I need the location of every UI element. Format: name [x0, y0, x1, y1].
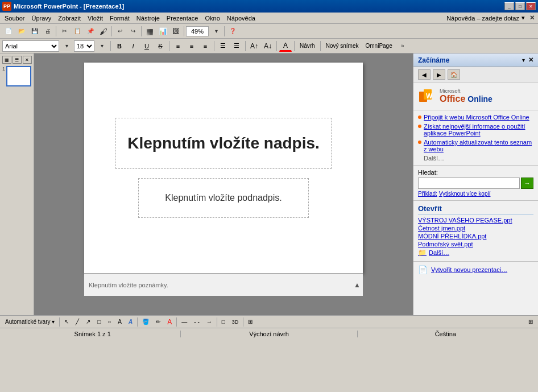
font-family-select[interactable]: Arial	[2, 40, 59, 52]
insert-chart-button[interactable]: 📊	[156, 26, 169, 37]
font-size-dropdown[interactable]: ▾	[96, 40, 108, 52]
menu-close-btn[interactable]: ✕	[527, 14, 537, 22]
align-left-button[interactable]: ≡	[172, 40, 184, 52]
draw-more-right[interactable]: ⊞	[245, 317, 255, 327]
open-section: Otevřít VÝSTROJ VAŠEHO PEGASE.ppt Četnos…	[413, 201, 538, 262]
numbering-button[interactable]: ☰	[217, 40, 229, 52]
recent-file-3[interactable]: MÓDNÍ PŘEHLÍDKA.ppt	[418, 233, 533, 240]
bullets-button[interactable]: ☰	[230, 40, 243, 52]
nav-forward-button[interactable]: ▶	[433, 69, 445, 80]
notes-area[interactable]: Klepnutím vložíte poznámky. ▲	[84, 273, 363, 296]
autoshapes-button[interactable]: Automatické tvary ▾	[2, 317, 57, 327]
panel-outline-tab[interactable]: ☰	[13, 56, 22, 64]
undo-button[interactable]: ↩	[114, 26, 126, 37]
slide-thumbnail-1[interactable]	[6, 66, 31, 86]
create-link[interactable]: Vytvořit novou prezentaci…	[431, 266, 507, 273]
open-more-link[interactable]: 📁 Další…	[418, 249, 533, 257]
maximize-button[interactable]: □	[515, 2, 525, 10]
zoom-dropdown[interactable]: ▾	[210, 26, 222, 37]
task-link-3[interactable]: Automaticky aktualizovat tento seznam z …	[424, 139, 533, 152]
menu-vlozit[interactable]: Vložit	[84, 14, 106, 23]
slide-canvas[interactable]: Klepnutím vložíte nadpis. Klepnutím vlož…	[84, 63, 363, 273]
redo-button[interactable]: ↪	[127, 26, 139, 37]
align-right-button[interactable]: ≡	[199, 40, 212, 52]
new-button[interactable]: 📄	[2, 26, 15, 37]
draw-sep-2	[137, 317, 138, 327]
font-dropdown-arrow[interactable]: ▾	[60, 40, 73, 52]
help-dropdown-arrow[interactable]: ▾	[522, 14, 525, 22]
paste-button[interactable]: 📌	[84, 26, 97, 37]
draw-oval-button[interactable]: ○	[105, 317, 114, 327]
menu-zobrazit[interactable]: Zobrazit	[55, 14, 84, 23]
nav-back-button[interactable]: ◀	[418, 69, 431, 80]
cut-button[interactable]: ✂	[58, 26, 71, 37]
example-link[interactable]: Vytisknout více kopií	[439, 191, 491, 197]
draw-rect-button[interactable]: □	[94, 317, 104, 327]
open-button[interactable]: 📂	[15, 26, 28, 37]
font-size-select[interactable]: 18	[74, 40, 94, 52]
nav-home-button[interactable]: 🏠	[448, 69, 460, 80]
recent-file-1[interactable]: VÝSTROJ VAŠEHO PEGASE.ppt	[418, 217, 533, 224]
format-painter-button[interactable]: 🖌	[97, 26, 110, 37]
italic-button[interactable]: I	[127, 40, 139, 52]
line-color-button[interactable]: ✏	[153, 317, 163, 327]
menu-format[interactable]: Formát	[106, 14, 133, 23]
title-placeholder[interactable]: Klepnutím vložíte nadpis.	[115, 118, 332, 169]
line-style-button[interactable]: —	[179, 317, 190, 327]
copy-button[interactable]: 📋	[71, 26, 84, 37]
design-button[interactable]: Návrh	[297, 40, 318, 52]
menu-napoveda[interactable]: Nápověda	[224, 14, 259, 23]
insert-picture-button[interactable]: 🖼	[169, 26, 182, 37]
close-button[interactable]: ✕	[526, 2, 536, 10]
bullet-icon-3	[418, 141, 421, 144]
bold-button[interactable]: B	[113, 40, 126, 52]
zoom-input[interactable]: 49%	[186, 26, 209, 36]
select-arrow-button[interactable]: ↖	[61, 317, 72, 327]
draw-textbox-button[interactable]: A	[115, 317, 125, 327]
increase-font-button[interactable]: A↑	[248, 40, 260, 52]
omnipage-button[interactable]: OmniPage	[362, 40, 395, 52]
recent-file-4[interactable]: Podmořský svět.ppt	[418, 241, 533, 247]
notes-scroll-arrow[interactable]: ▲	[354, 281, 361, 289]
underline-button[interactable]: U	[140, 40, 153, 52]
menu-nastroje[interactable]: Nástroje	[133, 14, 163, 23]
arrow-style-button[interactable]: →	[204, 317, 215, 327]
3d-button[interactable]: 3D	[229, 317, 242, 327]
search-go-button[interactable]: →	[521, 178, 533, 189]
strikethrough-button[interactable]: S	[154, 40, 167, 52]
panel-close-btn[interactable]: ✕	[23, 56, 32, 64]
shadow-button[interactable]: □	[219, 317, 228, 327]
minimize-button[interactable]: _	[504, 2, 514, 10]
search-input[interactable]	[418, 178, 520, 189]
insert-table-button[interactable]: ▦	[143, 26, 156, 37]
fmt-more-button[interactable]: »	[396, 40, 409, 52]
draw-group-tools[interactable]: ⊞	[525, 317, 536, 327]
task-panel-close[interactable]: ✕	[528, 56, 533, 64]
fill-color-button[interactable]: 🪣	[139, 317, 152, 327]
task-panel-dropdown[interactable]: ▾	[522, 57, 525, 63]
subtitle-placeholder[interactable]: Klepnutím vložíte podnadpis.	[138, 178, 309, 218]
help-button[interactable]: ❓	[226, 26, 239, 37]
menu-upravy[interactable]: Úpravy	[28, 14, 55, 23]
draw-arrow-button[interactable]: ↗	[83, 317, 93, 327]
font-color-button[interactable]: A	[279, 40, 292, 52]
wordart-button[interactable]: A	[126, 317, 135, 327]
task-link-2[interactable]: Získat nejnovější informace o použití ap…	[424, 123, 533, 137]
folder-more-label[interactable]: Další…	[429, 249, 449, 256]
menu-okno[interactable]: Okno	[201, 14, 223, 23]
recent-file-2[interactable]: Četnost jmen.ppt	[418, 225, 533, 232]
save-button[interactable]: 💾	[28, 26, 41, 37]
draw-line-button[interactable]: ╱	[73, 317, 82, 327]
panel-slides-tab[interactable]: ▦	[2, 56, 11, 64]
dash-style-button[interactable]: - -	[191, 317, 202, 327]
font-color-btn2[interactable]: A	[164, 317, 175, 327]
align-center-button[interactable]: ≡	[185, 40, 198, 52]
decrease-font-button[interactable]: A↓	[262, 40, 274, 52]
task-more-link[interactable]: Další…	[418, 155, 533, 162]
print-button[interactable]: 🖨	[42, 26, 54, 37]
menu-prezentace[interactable]: Prezentace	[163, 14, 202, 23]
new-slide-button[interactable]: Nový snímek	[323, 40, 362, 52]
title-bar: PP Microsoft PowerPoint - [Prezentace1] …	[0, 0, 538, 13]
menu-soubor[interactable]: Soubor	[1, 14, 28, 23]
task-link-1[interactable]: Připojit k webu Microsoft Office Online	[424, 114, 529, 121]
